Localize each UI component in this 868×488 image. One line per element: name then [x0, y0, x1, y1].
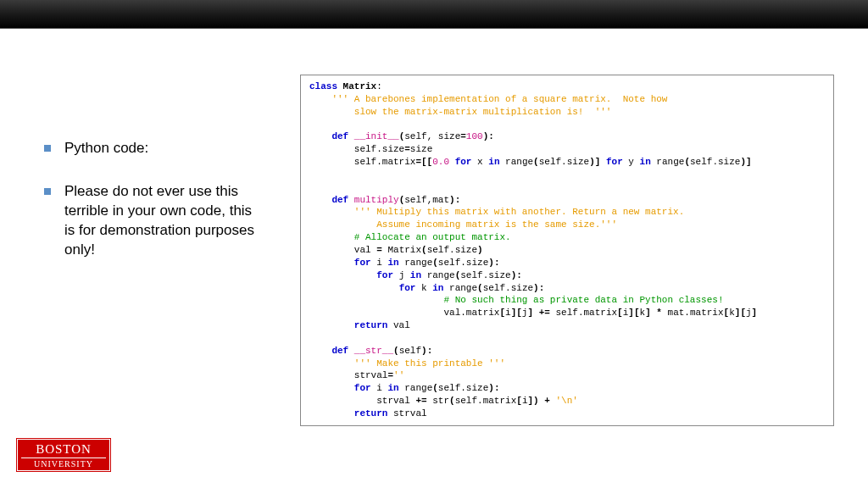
- code-op: ][: [628, 308, 639, 318]
- code-docstring: ''' A barebones implementation of a squa…: [309, 94, 667, 104]
- code-op: ]: [527, 308, 538, 318]
- code-text: x: [471, 157, 488, 167]
- code-text: strval: [309, 370, 387, 380]
- code-op: ):: [421, 346, 432, 356]
- code-op: [: [516, 396, 522, 406]
- code-text: self.size: [438, 258, 488, 268]
- code-op: (: [533, 157, 539, 167]
- code-docstring: slow the matrix-matrix multiplication is…: [309, 107, 611, 117]
- code-op: (: [432, 258, 438, 268]
- code-text: [309, 383, 354, 393]
- code-keyword: return: [354, 408, 388, 419]
- code-op: =[[: [415, 157, 432, 167]
- code-text: [309, 320, 354, 330]
- code-number: 100: [466, 131, 483, 141]
- code-text: range: [651, 157, 685, 167]
- code-text: k: [415, 283, 432, 293]
- code-docstring: ''' Make this printable ''': [309, 358, 505, 369]
- boston-university-logo: BOSTON UNIVERSITY: [17, 439, 110, 471]
- code-text: range: [399, 258, 433, 268]
- code-keyword: def: [309, 195, 354, 205]
- code-text: [309, 270, 376, 280]
- code-docstring: Assume incoming matrix is the same size.…: [309, 219, 617, 230]
- code-op: ):: [511, 270, 522, 280]
- title-bar: [0, 0, 868, 29]
- code-keyword: in: [387, 258, 398, 268]
- code-text: range: [421, 270, 455, 280]
- code-text: val.matrix: [309, 308, 499, 318]
- code-op: +: [544, 396, 550, 406]
- code-text: [309, 408, 354, 419]
- code-text: self.size: [483, 283, 533, 293]
- code-keyword: class: [309, 81, 343, 92]
- code-text: size: [410, 144, 432, 154]
- code-funcname: __str__: [354, 346, 393, 356]
- code-op: ]: [645, 308, 656, 318]
- code-op: ]: [752, 308, 758, 318]
- code-text: self.size: [539, 157, 589, 167]
- code-text: self,mat: [404, 195, 449, 205]
- code-op: )]: [589, 157, 606, 167]
- code-keyword: for: [354, 383, 371, 393]
- code-op: ][: [511, 308, 522, 318]
- code-keyword: in: [387, 383, 398, 393]
- code-text: j: [393, 270, 410, 280]
- code-text: i: [505, 308, 511, 318]
- code-text: strval: [309, 396, 415, 406]
- code-keyword: in: [488, 157, 499, 167]
- code-keyword: for: [399, 283, 416, 293]
- code-keyword: in: [410, 270, 421, 280]
- bullet-text: Please do not ever use this terrible in …: [64, 182, 264, 260]
- code-text: self.matrix: [309, 157, 415, 167]
- code-text: mat.matrix: [662, 308, 724, 318]
- logo-line-2: UNIVERSITY: [21, 458, 106, 469]
- code-text: self.matrix: [550, 308, 617, 318]
- code-funcname: multiply: [354, 195, 399, 205]
- code-op: (: [393, 346, 399, 356]
- bullet-item: Python code:: [61, 139, 264, 158]
- code-keyword: in: [640, 157, 651, 167]
- code-text: [309, 283, 399, 293]
- code-text: strval: [387, 408, 426, 419]
- code-op: [: [617, 308, 623, 318]
- code-op: *: [656, 308, 662, 318]
- code-text: :: [376, 81, 382, 92]
- code-op: (: [477, 283, 483, 293]
- code-op: +=: [415, 396, 426, 406]
- code-string: '\n': [556, 396, 578, 406]
- code-text: Matrix: [382, 245, 421, 255]
- code-text: val: [309, 245, 376, 255]
- code-op: ][: [735, 308, 746, 318]
- code-docstring: ''' Multiply this matrix with another. R…: [309, 207, 684, 217]
- code-keyword: for: [354, 258, 371, 268]
- bullet-marker-icon: [44, 145, 51, 152]
- code-keyword: for: [455, 157, 472, 167]
- code-text: self.size: [460, 270, 510, 280]
- bullet-text: Python code:: [64, 139, 148, 158]
- code-keyword: for: [606, 157, 623, 167]
- code-text: self.size: [438, 383, 488, 393]
- bullet-marker-icon: [44, 188, 51, 195]
- code-text: self, size: [404, 131, 460, 141]
- code-string: '': [393, 370, 404, 380]
- code-text: [449, 157, 455, 167]
- code-keyword: def: [309, 131, 354, 141]
- code-op: (: [432, 383, 438, 393]
- code-keyword: return: [354, 320, 388, 330]
- code-text: [550, 396, 556, 406]
- code-comment: # No such thing as private data in Pytho…: [309, 295, 723, 305]
- code-text: [309, 258, 354, 268]
- bullet-item: Please do not ever use this terrible in …: [61, 182, 264, 260]
- code-op: (: [421, 245, 427, 255]
- code-keyword: in: [432, 283, 443, 293]
- code-text: str: [427, 396, 449, 406]
- code-classname: Matrix: [343, 81, 377, 92]
- code-op: ):: [483, 131, 494, 141]
- code-keyword: for: [376, 270, 393, 280]
- code-op: ):: [449, 195, 460, 205]
- code-op: =: [376, 245, 382, 255]
- code-funcname: __init__: [354, 131, 399, 141]
- code-text: k: [729, 308, 735, 318]
- code-op: =: [404, 144, 410, 154]
- code-op: (: [684, 157, 690, 167]
